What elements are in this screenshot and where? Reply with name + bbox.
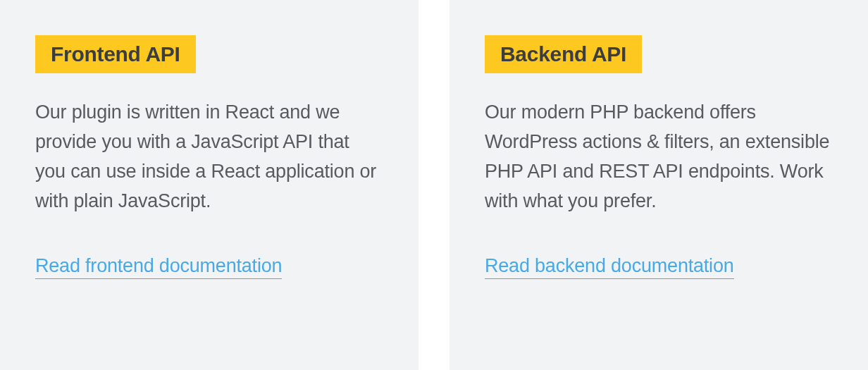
frontend-documentation-link[interactable]: Read frontend documentation (35, 255, 282, 279)
backend-documentation-link[interactable]: Read backend documentation (485, 255, 734, 279)
backend-api-card: Backend API Our modern PHP backend offer… (450, 0, 868, 370)
frontend-api-description: Our plugin is written in React and we pr… (35, 97, 383, 216)
backend-api-title: Backend API (485, 35, 642, 73)
frontend-api-title: Frontend API (35, 35, 196, 73)
frontend-api-card: Frontend API Our plugin is written in Re… (0, 0, 418, 370)
backend-api-description: Our modern PHP backend offers WordPress … (485, 97, 833, 216)
